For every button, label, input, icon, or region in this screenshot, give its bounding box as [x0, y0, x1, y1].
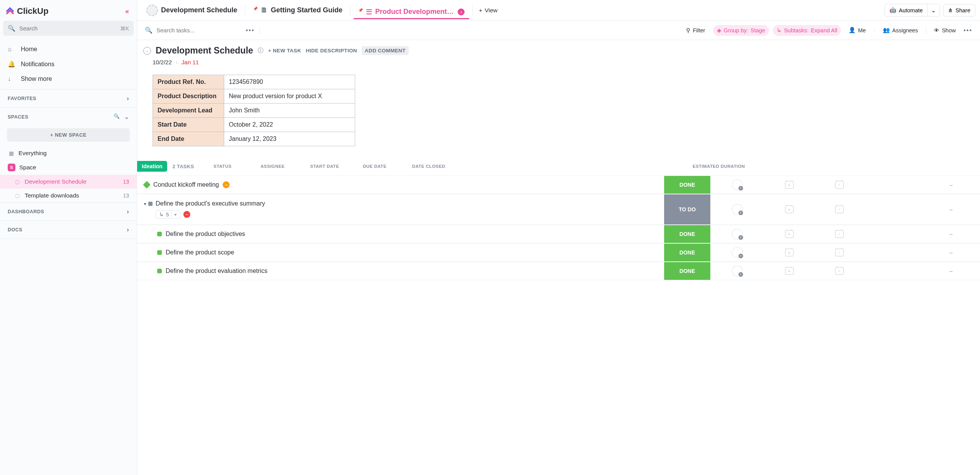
sidebar-item-everything[interactable]: ▦ Everything	[0, 146, 137, 160]
task-search-input[interactable]	[156, 27, 241, 33]
nav-notifications[interactable]: 🔔Notifications	[0, 57, 137, 72]
priority-urgent-icon[interactable]: –	[223, 181, 230, 188]
sidebar-item-dev-schedule[interactable]: ◌ Development Schedule 13	[0, 175, 137, 189]
col-start[interactable]: START DATE	[300, 164, 350, 169]
show-button[interactable]: 👁Show	[930, 25, 960, 36]
task-name[interactable]: Define the product scope	[166, 249, 234, 256]
nav-show-more[interactable]: ↓Show more	[0, 72, 137, 86]
assignee-cell[interactable]	[710, 194, 764, 224]
col-due[interactable]: DUE DATE	[350, 164, 400, 169]
info-value[interactable]: New product version for product X	[224, 89, 355, 104]
add-assignee-icon[interactable]	[732, 179, 743, 190]
group-name[interactable]: Ideation	[137, 161, 167, 172]
status-cell[interactable]: DONE	[664, 176, 710, 194]
due-date[interactable]: Jan 11	[181, 59, 199, 65]
expand-caret-icon[interactable]: ▾	[144, 202, 146, 206]
docs-header[interactable]: DOCS ›	[0, 221, 137, 239]
col-est[interactable]: ESTIMATED DURATION	[458, 164, 980, 169]
favorites-header[interactable]: FAVORITES ›	[0, 90, 137, 107]
sidebar-search[interactable]: 🔍 ⌘K	[3, 21, 134, 36]
est-cell[interactable]: –	[922, 262, 980, 280]
task-row[interactable]: Define the product evaluation metrics DO…	[137, 262, 980, 280]
status-square-icon[interactable]	[157, 250, 162, 255]
sidebar-item-template-downloads[interactable]: ◌ Template downloads 13	[0, 189, 137, 202]
tab-product-activities[interactable]: 📌 ☰ Product Development Activities ›	[354, 5, 469, 19]
task-row[interactable]: Define the product scope DONE –	[137, 243, 980, 262]
add-comment-button[interactable]: ADD COMMENT	[362, 46, 409, 55]
add-assignee-icon[interactable]	[732, 247, 743, 258]
share-button[interactable]: ⋔Share	[943, 4, 975, 17]
due-cell[interactable]	[814, 244, 864, 261]
est-cell[interactable]: –	[922, 244, 980, 261]
status-cell[interactable]: DONE	[664, 225, 710, 243]
task-row[interactable]: ▾ Define the product's executive summary…	[137, 194, 980, 225]
info-value[interactable]: John Smith	[224, 104, 355, 118]
start-cell[interactable]	[764, 194, 814, 224]
dashboards-header[interactable]: DASHBOARDS ›	[0, 203, 137, 221]
start-cell[interactable]	[764, 244, 814, 261]
task-row[interactable]: Conduct kickoff meeting – DONE –	[137, 176, 980, 194]
created-date[interactable]: 10/2/22	[153, 59, 172, 65]
task-row[interactable]: Define the product objectives DONE –	[137, 225, 980, 243]
est-cell[interactable]: –	[922, 225, 980, 243]
collapse-sidebar-button[interactable]: «	[125, 7, 129, 15]
logo[interactable]: ClickUp	[5, 6, 49, 16]
due-cell[interactable]	[814, 225, 864, 243]
info-value[interactable]: October 2, 2022	[224, 118, 355, 132]
assignees-button[interactable]: 👥Assignees	[879, 25, 922, 36]
automate-dropdown[interactable]: ⌄	[927, 4, 940, 17]
est-cell[interactable]: –	[922, 176, 980, 194]
new-space-button[interactable]: + NEW SPACE	[7, 128, 130, 142]
collapse-circle-icon[interactable]: ⌄	[143, 47, 151, 55]
filter-button[interactable]: ⚲Filter	[682, 25, 709, 36]
add-assignee-icon[interactable]	[732, 229, 743, 239]
status-square-icon[interactable]	[157, 269, 162, 273]
assignee-cell[interactable]	[710, 176, 764, 194]
subtask-count-pill[interactable]: ↳5+	[156, 210, 180, 219]
start-cell[interactable]	[764, 262, 814, 280]
est-cell[interactable]: –	[922, 194, 980, 224]
due-cell[interactable]	[814, 176, 864, 194]
info-icon[interactable]: ⓘ	[258, 47, 263, 54]
col-assignee[interactable]: ASSIGNEE	[246, 164, 300, 169]
task-search[interactable]: 🔍	[145, 27, 241, 34]
status-cell[interactable]: DONE	[664, 244, 710, 261]
subtasks-button[interactable]: ↳Subtasks: Expand All	[773, 25, 841, 36]
new-task-button[interactable]: + NEW TASK	[268, 48, 301, 54]
due-cell[interactable]	[814, 262, 864, 280]
group-by-button[interactable]: ◈Group by: Stage	[713, 25, 769, 36]
task-name[interactable]: Define the product's executive summary	[156, 200, 265, 207]
priority-high-icon[interactable]: –	[183, 211, 190, 218]
start-cell[interactable]	[764, 225, 814, 243]
due-cell[interactable]	[814, 194, 864, 224]
hide-description-button[interactable]: HIDE DESCRIPTION	[306, 48, 357, 54]
start-cell[interactable]	[764, 176, 814, 194]
add-assignee-icon[interactable]	[732, 266, 743, 276]
info-value[interactable]: 1234567890	[224, 75, 355, 89]
assignee-cell[interactable]	[710, 225, 764, 243]
add-subtask[interactable]: +	[171, 212, 177, 217]
chevron-down-icon[interactable]: ⌄	[124, 113, 129, 120]
task-name[interactable]: Conduct kickoff meeting	[153, 181, 219, 188]
task-name[interactable]: Define the product objectives	[166, 231, 245, 237]
more-horizontal-icon[interactable]: •••	[246, 27, 255, 34]
add-assignee-icon[interactable]	[732, 204, 743, 215]
add-view-button[interactable]: + View	[476, 7, 500, 14]
more-horizontal-icon[interactable]: •••	[963, 27, 972, 34]
status-square-icon[interactable]	[148, 202, 153, 206]
tab-getting-started[interactable]: 📌 🗎 Getting Started Guide	[248, 3, 347, 17]
sidebar-search-input[interactable]	[19, 25, 116, 32]
task-name[interactable]: Define the product evaluation metrics	[166, 268, 267, 274]
status-cell[interactable]: DONE	[664, 262, 710, 280]
sidebar-item-space[interactable]: S Space	[0, 160, 137, 175]
status-diamond-icon[interactable]	[143, 181, 151, 189]
tab-dev-schedule[interactable]: Development Schedule	[142, 2, 242, 19]
col-closed[interactable]: DATE CLOSED	[400, 164, 458, 169]
nav-home[interactable]: ⌂Home	[0, 42, 137, 57]
spaces-header[interactable]: SPACES 🔍 ⌄	[0, 108, 137, 126]
assignee-cell[interactable]	[710, 244, 764, 261]
me-button[interactable]: 👤Me	[845, 25, 869, 36]
col-status[interactable]: STATUS	[200, 164, 246, 169]
automate-button[interactable]: 🤖Automate	[884, 4, 927, 17]
status-cell[interactable]: TO DO	[664, 194, 710, 224]
